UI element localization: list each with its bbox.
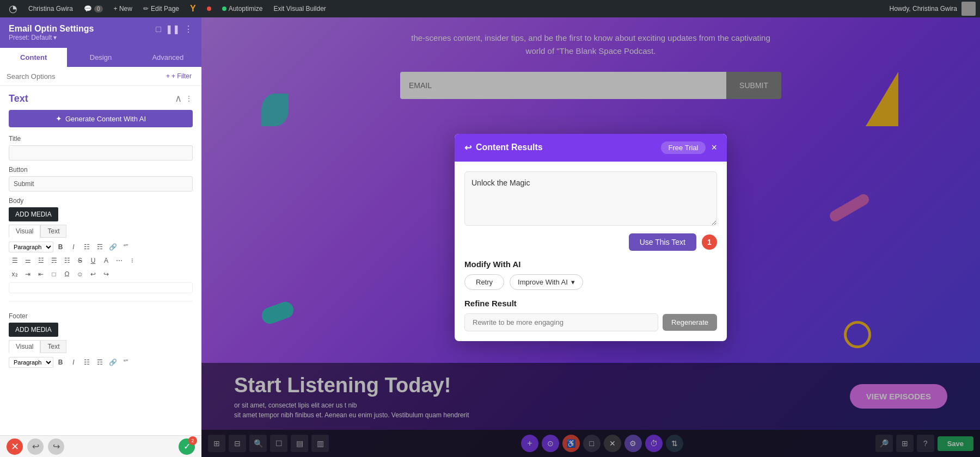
- improve-with-ai-button[interactable]: Improve With AI ▾: [510, 274, 583, 290]
- retry-button[interactable]: Retry: [464, 274, 504, 290]
- indent-button[interactable]: ⇥: [22, 268, 34, 280]
- modal-header-actions: Free Trial ×: [661, 141, 717, 154]
- editor-toolbar-row3: x₂ ⇥ ⇤ □ Ω ☺ ↩ ↪: [9, 268, 193, 280]
- redo-main-button[interactable]: ↪: [48, 439, 64, 455]
- search-input[interactable]: [7, 72, 158, 81]
- site-name-link[interactable]: Christina Gwira: [24, 0, 77, 17]
- editor-tab-text[interactable]: Text: [40, 225, 66, 238]
- edit-page-link[interactable]: ✏ Edit Page: [139, 0, 183, 17]
- tab-content[interactable]: Content: [0, 48, 67, 67]
- align-right-button[interactable]: ☳: [35, 255, 47, 267]
- footer-tab-text[interactable]: Text: [40, 340, 66, 353]
- more-format-button[interactable]: ⋯: [113, 255, 125, 267]
- tab-advanced[interactable]: Advanced: [134, 48, 201, 67]
- bold-button[interactable]: B: [54, 241, 66, 253]
- preset-chevron-icon: ▾: [53, 34, 57, 41]
- user-avatar: [961, 2, 976, 16]
- modal-back-icon[interactable]: ↩: [464, 143, 471, 153]
- align-justify-button[interactable]: ☴: [48, 255, 60, 267]
- body-label: Body: [9, 197, 193, 205]
- footer-bold-button[interactable]: B: [54, 356, 66, 368]
- section-collapse-icon[interactable]: ∧: [175, 92, 182, 104]
- filter-plus-icon: +: [166, 72, 170, 80]
- button-value-field[interactable]: Submit: [9, 176, 193, 192]
- autoptimize-link[interactable]: Autoptimize: [218, 0, 267, 17]
- text-section-title: Text: [9, 93, 28, 104]
- tab-design[interactable]: Design: [67, 48, 134, 67]
- use-this-text-button[interactable]: Use This Text: [629, 233, 696, 251]
- filter-button[interactable]: + + Filter: [163, 71, 195, 81]
- add-media-button[interactable]: ADD MEDIA: [9, 207, 58, 221]
- underline-button[interactable]: U: [87, 255, 99, 267]
- footer-ol-button[interactable]: ☶: [94, 356, 106, 368]
- link-button[interactable]: 🔗: [107, 241, 119, 253]
- footer-quote-button[interactable]: “”: [120, 356, 132, 368]
- sidebar: Email Optin Settings Preset: Default ▾ □…: [0, 17, 201, 457]
- footer-paragraph-select[interactable]: Paragraph: [9, 357, 53, 368]
- sidebar-content: Text ∧ ⋮ ✦ Generate Content With AI Titl…: [0, 86, 201, 435]
- redo-button[interactable]: ↪: [100, 268, 112, 280]
- footer-add-media-button[interactable]: ADD MEDIA: [9, 323, 58, 337]
- unordered-list-button[interactable]: ☷: [81, 241, 93, 253]
- emoji-button[interactable]: ☺: [74, 268, 86, 280]
- strikethrough-button[interactable]: S: [74, 255, 86, 267]
- unsaved-badge: 2: [188, 436, 197, 445]
- generate-content-ai-button[interactable]: ✦ Generate Content With AI: [9, 110, 193, 127]
- bottom-action-bar: ✕ ↩ ↪ ✓ 2: [0, 435, 201, 457]
- modal-overlay: ↩ Content Results Free Trial × Unlock: [201, 17, 980, 457]
- exit-builder-link[interactable]: Exit Visual Builder: [269, 0, 330, 17]
- wp-logo-icon[interactable]: ◔: [4, 0, 22, 17]
- subscript-button[interactable]: x₂: [9, 268, 21, 280]
- clear-format-button[interactable]: ⁝: [126, 255, 138, 267]
- title-label: Title: [9, 135, 193, 143]
- footer-ul-button[interactable]: ☷: [81, 356, 93, 368]
- undo-button[interactable]: ↩: [87, 268, 99, 280]
- generated-text-area[interactable]: Unlock the Magic: [464, 171, 717, 226]
- undo-main-button[interactable]: ↩: [27, 439, 44, 455]
- ordered-list-button[interactable]: ☶: [94, 241, 106, 253]
- text-section-header: Text ∧ ⋮: [9, 92, 193, 104]
- connection-red-dot: [207, 7, 211, 11]
- section-more-icon[interactable]: ⋮: [185, 94, 193, 103]
- step-badge: 1: [702, 234, 717, 250]
- footer-tab-visual[interactable]: Visual: [9, 340, 40, 353]
- refine-row: Regenerate: [464, 313, 717, 331]
- text-color-button[interactable]: A: [100, 255, 112, 267]
- editor-toolbar-row2: ☰ ⚌ ☳ ☴ ☷ S U A ⋯ ⁝: [9, 255, 193, 267]
- footer-link-button[interactable]: 🔗: [107, 356, 119, 368]
- outdent-button[interactable]: ⇤: [35, 268, 47, 280]
- special-char-button[interactable]: Ω: [61, 268, 73, 280]
- admin-bar-right: Howdy, Christina Gwira: [885, 2, 976, 16]
- comment-icon: 💬: [84, 5, 92, 13]
- fullscreen-button[interactable]: □: [48, 268, 60, 280]
- modal-close-button[interactable]: ×: [711, 143, 717, 152]
- title-input[interactable]: [9, 145, 193, 160]
- main-layout: Email Optin Settings Preset: Default ▾ □…: [0, 17, 980, 457]
- align-center-button[interactable]: ⚌: [22, 255, 34, 267]
- cancel-button[interactable]: ✕: [7, 439, 23, 455]
- content-results-modal: ↩ Content Results Free Trial × Unlock: [455, 134, 727, 341]
- footer-italic-button[interactable]: I: [68, 356, 79, 368]
- sidebar-preset[interactable]: Preset: Default ▾: [9, 34, 94, 41]
- italic-button[interactable]: I: [68, 241, 79, 253]
- align-left-button[interactable]: ☰: [9, 255, 21, 267]
- columns-icon[interactable]: ❚❚: [166, 24, 180, 34]
- more-options-icon[interactable]: ⋮: [184, 24, 193, 34]
- free-trial-button[interactable]: Free Trial: [661, 141, 706, 154]
- refine-input[interactable]: [464, 313, 658, 331]
- editor-tab-visual[interactable]: Visual: [9, 225, 40, 238]
- body-editor-area[interactable]: [9, 282, 193, 293]
- comments-link[interactable]: 💬 0: [79, 0, 107, 17]
- sidebar-search-bar: + + Filter: [0, 67, 201, 86]
- ai-sparkle-icon: ✦: [56, 114, 62, 123]
- button-label: Button: [9, 166, 193, 174]
- table-button[interactable]: ☷: [61, 255, 73, 267]
- minimize-icon[interactable]: □: [156, 24, 161, 34]
- modify-with-ai-title: Modify With AI: [464, 260, 717, 269]
- paragraph-select[interactable]: Paragraph: [9, 242, 53, 252]
- new-content-link[interactable]: + New: [109, 0, 137, 17]
- regenerate-button[interactable]: Regenerate: [663, 314, 717, 331]
- blockquote-button[interactable]: “”: [120, 241, 132, 253]
- editor-toolbar-row1: Paragraph B I ☷ ☶ 🔗 “”: [9, 241, 193, 253]
- red-status-dot: [203, 0, 216, 17]
